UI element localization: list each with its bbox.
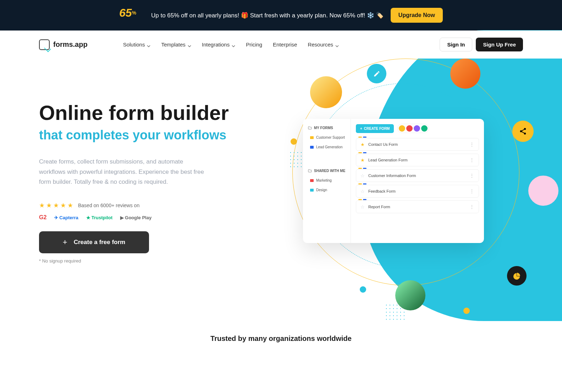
hero-section: Online form builder that completes your … [0,59,562,285]
rating-row: ★ ★ ★ ★ ★ Based on 6000+ reviews on [39,201,271,209]
folder-icon [310,146,314,149]
folder-icon [310,179,314,182]
pencil-icon [367,64,386,83]
brand-name: forms.app [53,40,88,49]
nav-enterprise-label: Enterprise [273,42,297,48]
cta-note: * No signup required [39,258,271,264]
app-header: + CREATE FORM [356,124,479,133]
folder-shared-icon [308,169,312,172]
folder-icon [310,136,314,139]
nav-solutions[interactable]: Solutions [123,42,151,48]
nav-solutions-label: Solutions [123,42,145,48]
nav-pricing[interactable]: Pricing [246,42,262,48]
plus-icon: + [360,127,362,131]
more-icon[interactable]: ⋮ [469,142,474,147]
sidebar-section-myforms[interactable]: MY FORMS [303,123,351,133]
plus-icon: + [63,238,67,247]
more-icon[interactable]: ⋮ [469,188,474,194]
star-icon[interactable]: ★ [360,158,365,163]
avatar [528,176,558,206]
signin-button[interactable]: Sign In [440,38,472,51]
star-icon: ★ [67,201,73,209]
orbit-dot [463,308,470,314]
star-icon[interactable]: ★ [360,142,365,147]
sidebar-item-label: Marketing [316,178,332,182]
capterra-logo[interactable]: ✈Capterra [54,215,78,220]
sidebar-section-label: MY FORMS [314,126,333,130]
sidebar-item-label: Customer Support [316,136,345,139]
sidebar-item-design[interactable]: Design [303,185,351,195]
rating-text: Based on 6000+ reviews on [78,203,139,208]
hero-description: Create forms, collect form submissions, … [39,157,206,188]
create-form-cta-button[interactable]: + Create a free form [39,231,149,253]
folder-icon [310,189,314,192]
svg-point-1 [520,130,522,132]
capterra-label: Capterra [59,215,78,220]
star-icon: ★ [46,201,52,209]
logo[interactable]: forms.app [39,39,88,50]
more-icon[interactable]: ⋮ [469,157,474,163]
more-icon[interactable]: ⋮ [469,204,474,210]
create-form-label: CREATE FORM [364,127,390,131]
avatar [406,125,413,132]
googleplay-logo[interactable]: ▶Google Play [120,215,151,220]
nav-templates[interactable]: Templates [161,42,191,48]
orbit-dot [291,138,297,145]
nav-templates-label: Templates [161,42,185,48]
star-icon: ★ [60,201,66,209]
cta-label: Create a free form [74,239,126,246]
collaborator-avatars[interactable] [397,124,429,133]
sidebar-item-customer-support[interactable]: Customer Support [303,133,351,142]
hero-subtitle: that completes your workflows [39,128,271,143]
star-icon: ★ [53,201,59,209]
avatar [421,125,428,132]
avatar [399,125,405,132]
form-row[interactable]: ★Lead Generation Form⋮ [356,154,479,166]
promo-discount-badge: 65% [119,6,144,24]
forms-list: ★Contact Us Form⋮★Lead Generation Form⋮☆… [356,138,479,213]
chevron-down-icon [147,43,150,46]
star-icon[interactable]: ☆ [360,173,365,178]
create-form-button[interactable]: + CREATE FORM [356,124,394,133]
star-icon: ★ [39,201,45,209]
nav-resources[interactable]: Resources [308,42,339,48]
review-platforms: G2 ✈Capterra ★Trustpilot ▶Google Play [39,214,271,221]
form-row[interactable]: ☆Feedback Form⋮ [356,185,479,198]
form-row[interactable]: ☆Customer Information Form⋮ [356,169,479,182]
signup-button[interactable]: Sign Up Free [476,38,523,51]
promo-text: Up to 65% off on all yearly plans! 🎁 Sta… [151,12,384,19]
pie-chart-icon [507,266,527,286]
avatar [414,125,420,132]
sidebar-section-label: SHARED WITH ME [314,169,345,173]
sidebar-item-marketing[interactable]: Marketing [303,176,351,185]
sidebar-section-shared[interactable]: SHARED WITH ME [303,166,351,176]
app-main: + CREATE FORM ★Contact Us Form⋮★Lead Gen… [351,119,484,243]
star-rating: ★ ★ ★ ★ ★ [39,201,73,209]
chevron-down-icon [335,43,339,46]
avatar [395,280,425,310]
trusted-heading: Trusted by many organizations worldwide [0,335,562,350]
chevron-down-icon [188,43,191,46]
promo-badge-number: 65 [119,6,132,19]
form-row[interactable]: ★Contact Us Form⋮ [356,138,479,151]
nav-resources-label: Resources [308,42,333,48]
hero-title: Online form builder [39,101,271,125]
avatar [450,59,480,89]
upgrade-button[interactable]: Upgrade Now [391,8,443,23]
more-icon[interactable]: ⋮ [469,173,474,178]
chevron-down-icon [232,43,235,46]
sidebar-item-lead-generation[interactable]: Lead Generation [303,142,351,152]
share-icon [512,121,534,142]
form-name: Contact Us Form [368,142,398,147]
folder-icon [308,126,312,129]
nav-integrations[interactable]: Integrations [202,42,235,48]
promo-banner: 65% Up to 65% off on all yearly plans! 🎁… [0,0,562,31]
nav-enterprise[interactable]: Enterprise [273,42,297,48]
star-icon[interactable]: ☆ [360,189,365,194]
form-row[interactable]: ☆Report Form⋮ [356,200,479,213]
trustpilot-logo[interactable]: ★Trustpilot [86,215,112,220]
g2-logo[interactable]: G2 [39,214,46,221]
orbit-dot [360,286,366,293]
star-icon[interactable]: ☆ [360,204,365,210]
app-sidebar: MY FORMS Customer Support Lead Generatio… [303,119,351,243]
